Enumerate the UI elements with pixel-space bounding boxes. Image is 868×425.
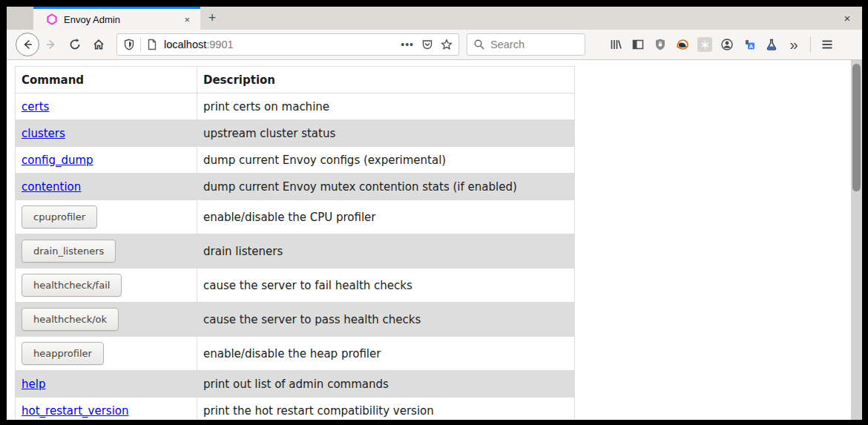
command-link-clusters[interactable]: clusters [22,127,65,140]
home-button[interactable] [87,33,111,56]
window-close-button[interactable]: × [832,7,862,30]
description-drain-listeners: drain listeners [197,234,575,268]
table-row-heapprofiler: heapprofiler enable/disable the heap pro… [16,337,575,371]
tab-bar: Envoy Admin × + × [7,7,862,30]
extension-fox-icon[interactable] [671,33,694,56]
svg-text:A: A [749,43,754,50]
tab-bar-empty-space [224,7,832,30]
search-bar[interactable]: Search [467,33,585,56]
table-row-contention: contention dump current Envoy mutex cont… [16,174,575,200]
description-config-dump: dump current Envoy configs (experimental… [197,147,575,174]
tracking-protection-shield-icon[interactable] [123,39,135,50]
search-placeholder: Search [490,39,525,50]
tab-title: Envoy Admin [64,14,180,25]
table-row-clusters: clusters upstream cluster status [16,120,575,147]
table-row-drain-listeners: drain_listeners drain listeners [16,234,575,268]
extension-snowflake-box [697,37,712,52]
admin-commands-table: Command Description certs print certs on… [15,66,575,420]
hamburger-menu-icon[interactable] [816,33,838,56]
account-icon[interactable] [716,33,738,56]
description-certs: print certs on machine [197,93,575,120]
description-clusters: upstream cluster status [197,120,575,147]
description-healthcheck-fail: cause the server to fail health checks [197,268,575,303]
overflow-chevron-icon[interactable]: » [783,33,805,56]
titlebar-spacer [7,7,33,30]
table-row-healthcheck-fail: healthcheck/fail cause the server to fai… [16,268,575,303]
urlbar-separator [140,38,141,51]
extension-flask-icon[interactable] [760,33,783,56]
command-button-healthcheck-fail[interactable]: healthcheck/fail [22,274,122,297]
bookmark-star-icon[interactable] [441,39,453,50]
navigation-toolbar: localhost:9901 ••• Search [7,30,862,60]
pocket-icon[interactable] [421,39,433,50]
sidebars-icon[interactable] [627,33,649,56]
description-contention: dump current Envoy mutex contention stat… [197,174,575,200]
page-scrollbar[interactable] [851,60,862,420]
description-healthcheck-ok: cause the server to pass health checks [197,303,575,337]
protection-shield-lock-icon[interactable] [649,33,671,56]
command-link-certs[interactable]: certs [22,100,49,113]
tab-envoy-admin[interactable]: Envoy Admin × [33,7,200,30]
command-button-drain-listeners[interactable]: drain_listeners [22,240,116,263]
library-icon[interactable] [605,33,627,56]
extension-translate-icon[interactable]: A [738,33,760,56]
description-cpuprofiler: enable/disable the CPU profiler [197,200,575,234]
extension-snowflake-icon[interactable] [694,33,716,56]
url-host: localhost [164,39,206,50]
command-link-contention[interactable]: contention [22,180,81,194]
url-text[interactable]: localhost:9901 [164,39,393,50]
url-port: :9901 [206,39,233,50]
back-button[interactable] [16,33,39,56]
table-row-healthcheck-ok: healthcheck/ok cause the server to pass … [16,303,575,337]
command-button-heapprofiler[interactable]: heapprofiler [22,342,104,365]
command-button-cpuprofiler[interactable]: cpuprofiler [22,205,97,228]
reload-button[interactable] [63,33,87,56]
command-link-hot-restart-version[interactable]: hot_restart_version [22,404,129,418]
description-hot-restart-version: print the hot restart compatibility vers… [197,398,575,421]
page-info-icon[interactable] [146,39,158,50]
scrollbar-thumb[interactable] [852,64,861,191]
browser-window: Envoy Admin × + × [7,7,862,420]
new-tab-button[interactable]: + [200,7,224,30]
table-row-hot-restart-version: hot_restart_version print the hot restar… [16,398,575,421]
page-actions-icon[interactable]: ••• [401,39,414,50]
table-row-config-dump: config_dump dump current Envoy configs (… [16,147,575,174]
description-help: print out list of admin commands [197,371,575,398]
tab-close-icon[interactable]: × [180,13,194,27]
search-icon [473,39,485,50]
urlbar-actions: ••• [393,39,453,50]
table-row-cpuprofiler: cpuprofiler enable/disable the CPU profi… [16,200,575,234]
command-link-config-dump[interactable]: config_dump [22,154,93,167]
envoy-favicon-icon [46,13,58,25]
table-row-help: help print out list of admin commands [16,371,575,398]
toolbar-separator [810,36,811,53]
table-header-row: Command Description [16,67,575,93]
url-bar[interactable]: localhost:9901 ••• [116,33,459,56]
table-row-certs: certs print certs on machine [16,93,575,120]
forward-button[interactable] [39,33,63,56]
toolbar-icon-strip: A » [605,33,805,56]
command-button-healthcheck-ok[interactable]: healthcheck/ok [22,308,119,331]
column-header-description: Description [197,67,575,93]
column-header-command: Command [16,67,197,93]
command-link-help[interactable]: help [22,378,45,391]
page-content: Command Description certs print certs on… [7,60,862,420]
description-heapprofiler: enable/disable the heap profiler [197,337,575,371]
